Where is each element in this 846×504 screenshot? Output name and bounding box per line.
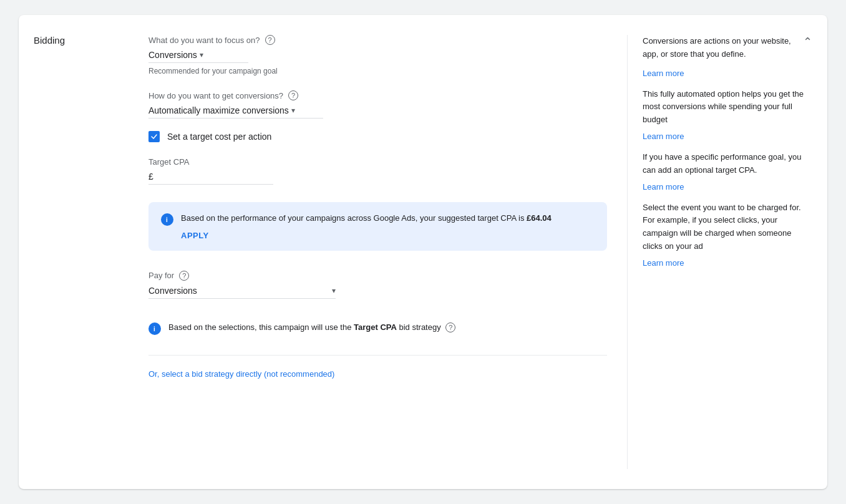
pay-for-section: Pay for ? Conversions ▾ <box>148 271 607 299</box>
bidding-label: Bidding <box>34 35 65 46</box>
select-bid-link[interactable]: Or, select a bid strategy directly (not … <box>148 369 334 379</box>
currency-symbol: £ <box>148 172 153 182</box>
focus-dropdown-value: Conversions <box>148 50 197 60</box>
right-header: Conversions are actions on your website,… <box>643 35 812 61</box>
focus-help-icon[interactable]: ? <box>265 35 275 45</box>
conversions-question-label: How do you want to get conversions? <box>148 91 283 100</box>
pay-for-dropdown-arrow: ▾ <box>332 286 336 295</box>
main-section: What do you want to focus on? ? Conversi… <box>143 35 628 469</box>
right-description-3: If you have a specific performance goal,… <box>643 151 812 177</box>
bid-strategy-text-before: Based on the selections, this campaign w… <box>168 322 354 332</box>
auto-maximize-arrow: ▾ <box>291 106 295 115</box>
bid-strategy-info-icon: i <box>148 322 161 335</box>
focus-question-row: What do you want to focus on? ? <box>148 35 607 45</box>
bid-strategy-info: i Based on the selections, this campaign… <box>148 311 607 345</box>
right-description-1: Conversions are actions on your website,… <box>643 35 798 61</box>
conversions-help-icon[interactable]: ? <box>288 90 298 100</box>
target-cost-checkbox[interactable] <box>148 131 160 142</box>
cpa-suggestion-bold-value: £64.04 <box>527 213 552 223</box>
left-section: Bidding <box>19 35 143 469</box>
svg-text:i: i <box>166 216 168 223</box>
right-description-2: This fully automated option helps you ge… <box>643 88 812 127</box>
learn-more-link-3[interactable]: Learn more <box>643 182 812 191</box>
learn-more-link-2[interactable]: Learn more <box>643 132 812 141</box>
svg-text:i: i <box>153 326 155 332</box>
focus-question-label: What do you want to focus on? <box>148 36 260 45</box>
target-cpa-label: Target CPA <box>148 157 607 167</box>
right-description-4: Select the event you want to be charged … <box>643 201 812 253</box>
target-cpa-input-row: £ <box>148 172 273 185</box>
bid-strategy-text-after: bid strategy <box>397 322 441 332</box>
bid-strategy-bold: Target CPA <box>354 322 397 332</box>
info-icon: i <box>161 213 173 226</box>
pay-for-label: Pay for <box>148 271 174 280</box>
conversions-question-row: How do you want to get conversions? ? <box>148 90 607 100</box>
learn-more-link-4[interactable]: Learn more <box>643 258 812 268</box>
recommended-text: Recommended for your campaign goal <box>148 67 607 75</box>
checkbox-label: Set a target cost per action <box>167 132 271 142</box>
cpa-input[interactable] <box>156 172 273 182</box>
auto-maximize-dropdown[interactable]: Automatically maximize conversions ▾ <box>148 105 323 119</box>
pay-for-row: Pay for ? <box>148 271 607 281</box>
pay-for-dropdown-value: Conversions <box>148 286 329 296</box>
bid-strategy-text: Based on the selections, this campaign w… <box>168 321 455 334</box>
focus-dropdown-arrow: ▾ <box>200 51 203 59</box>
learn-more-link-1[interactable]: Learn more <box>643 69 812 78</box>
cpa-suggestion-text-before: Based on the performance of your campaig… <box>181 213 527 223</box>
pay-for-help-icon[interactable]: ? <box>179 271 189 281</box>
apply-button[interactable]: APPLY <box>181 231 209 240</box>
right-section: Conversions are actions on your website,… <box>628 35 827 469</box>
cpa-suggestion-text: Based on the performance of your campaig… <box>181 212 552 225</box>
focus-dropdown[interactable]: Conversions ▾ <box>148 50 248 63</box>
checkbox-row: Set a target cost per action <box>148 131 607 142</box>
bid-strategy-help-icon[interactable]: ? <box>445 322 455 332</box>
pay-for-dropdown[interactable]: Conversions ▾ <box>148 286 336 299</box>
divider <box>148 355 607 356</box>
collapse-button[interactable]: ⌃ <box>803 35 812 49</box>
auto-maximize-value: Automatically maximize conversions <box>148 105 289 115</box>
cpa-suggestion-box: i Based on the performance of your campa… <box>148 202 607 251</box>
cpa-suggestion-content: Based on the performance of your campaig… <box>181 212 552 241</box>
